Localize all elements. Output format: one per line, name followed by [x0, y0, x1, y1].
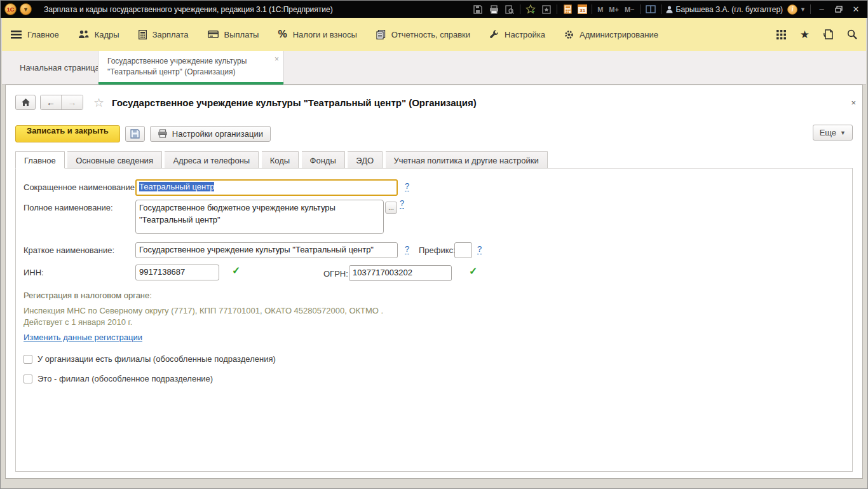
calendar-icon[interactable]: 31 [578, 4, 587, 14]
is-branch-checkbox[interactable]: Это - филиал (обособленное подразделение… [24, 374, 213, 383]
open-windows-bar: Начальная страница Государственное учреж… [2, 51, 866, 85]
more-button[interactable]: Еще ▼ [813, 125, 853, 141]
tab-uchetnaya-politika[interactable]: Учетная политика и другие настройки [386, 151, 548, 169]
1c-logo-icon: 1С [7, 6, 15, 13]
brief-name-help-link[interactable]: ? [405, 245, 409, 254]
add-favorite-star-icon[interactable] [525, 4, 536, 15]
full-name-help-link[interactable]: ? [400, 199, 404, 209]
tab-close-icon[interactable]: × [275, 54, 279, 65]
tab-fondy[interactable]: Фонды [302, 151, 345, 169]
tab-osnovnye-svedeniya[interactable]: Основные сведения [67, 151, 162, 169]
has-branches-label: У организации есть филиалы (обособленные… [37, 354, 276, 364]
print-icon[interactable] [488, 4, 499, 15]
menubar-right-tools: ★ [776, 29, 857, 40]
save-icon [130, 129, 140, 139]
percent-icon: % [278, 29, 287, 40]
info-icon[interactable]: i [787, 4, 797, 15]
brief-name-label: Краткое наименование: [24, 245, 114, 255]
forward-button[interactable]: → [62, 95, 83, 109]
menu-item-nastroika[interactable]: Настройка [489, 30, 545, 39]
system-menu-button[interactable]: ▼ [20, 3, 32, 15]
tab-adresa-telefony[interactable]: Адреса и телефоны [165, 151, 259, 169]
history-icon[interactable] [824, 29, 833, 39]
split-window-icon[interactable] [645, 4, 656, 15]
people-icon [78, 30, 89, 39]
sections-menu-button[interactable]: Главное [11, 30, 59, 39]
full-name-textarea[interactable]: Государственное бюджетное учреждение кул… [135, 200, 384, 234]
form-tab-strip: Главное Основные сведения Адреса и телеф… [15, 151, 853, 169]
home-button[interactable] [15, 95, 36, 110]
form-close-icon[interactable]: × [851, 98, 856, 107]
menu-item-zarplata[interactable]: Зарплата [139, 30, 189, 39]
full-name-label: Полное наименование: [24, 203, 113, 212]
app-logo-button[interactable]: 1С [4, 3, 17, 15]
prefix-help-link[interactable]: ? [477, 245, 482, 254]
menu-item-otchetnost[interactable]: Отчетность, справки [376, 30, 470, 39]
save-button[interactable] [125, 126, 145, 142]
registration-info-line2: Действует с 1 января 2010 г. [24, 317, 132, 327]
titlebar-separator [520, 4, 520, 14]
favorite-star-icon[interactable]: ☆ [93, 95, 104, 110]
titlebar-separator [661, 4, 661, 14]
full-name-ellipsis-button[interactable]: ... [385, 202, 397, 214]
tab-kody[interactable]: Коды [262, 151, 299, 169]
title-bar: 1С ▼ Зарплата и кадры государственного у… [1, 1, 867, 18]
memory-m-plus-button[interactable]: M+ [608, 4, 620, 15]
short-name-help-link[interactable]: ? [405, 182, 409, 191]
favorites-window-icon[interactable] [541, 4, 552, 15]
menu-item-administrirovanie[interactable]: Администрирование [564, 30, 658, 39]
tab-organization-line2: "Театральный центр" (Организация) [107, 67, 268, 78]
page-title: Государственное учреждение культуры "Теа… [112, 97, 477, 108]
tab-glavnoe[interactable]: Главное [15, 151, 65, 169]
ogrn-valid-check-icon: ✓ [469, 265, 477, 277]
info-caret-icon[interactable]: ▼ [800, 6, 806, 13]
ogrn-input[interactable]: 1037717003202 [349, 265, 452, 281]
short-name-input[interactable]: Театральный центр [135, 179, 398, 196]
window-title: Зарплата и кадры государственного учрежд… [44, 5, 333, 14]
current-user[interactable]: Барышева З.А. (гл. бухгалтер) [666, 5, 783, 14]
registration-info-line1: Инспекция МНС по Северному округу (7717)… [24, 306, 383, 315]
printer-icon [158, 129, 168, 138]
checkbox-box [24, 375, 32, 383]
tab-edo[interactable]: ЭДО [348, 151, 383, 169]
titlebar-separator [592, 4, 592, 14]
back-button[interactable]: ← [41, 95, 62, 109]
brief-name-input[interactable]: Государственное учреждение культуры "Теа… [135, 242, 398, 258]
prefix-input[interactable] [454, 242, 472, 258]
history-nav-group: ← → [40, 95, 83, 110]
user-name: Барышева З.А. (гл. бухгалтер) [676, 5, 783, 14]
favorites-star-icon[interactable]: ★ [800, 29, 810, 40]
inn-input[interactable]: 9917138687 [135, 265, 219, 280]
has-branches-checkbox[interactable]: У организации есть филиалы (обособленные… [24, 354, 276, 364]
menu-item-kadry[interactable]: Кадры [78, 30, 119, 39]
memory-m-minus-button[interactable]: M− [624, 4, 635, 15]
memory-m-button[interactable]: M [597, 4, 604, 15]
user-icon [666, 6, 673, 13]
calculator-icon[interactable] [562, 4, 573, 15]
titlebar-toolbar: 31 M M+ M− Барышева З.А. (гл. бухгалтер)… [472, 4, 862, 15]
close-button[interactable]: ✕ [850, 4, 862, 14]
apps-grid-icon[interactable] [776, 30, 786, 39]
tab-organization-line1: Государственное учреждение культуры [107, 56, 268, 67]
ogrn-label: ОГРН: [323, 269, 348, 279]
section-menu-bar: Главное Кадры Зарплата Выплаты % Налоги … [2, 18, 866, 51]
titlebar-separator [557, 4, 557, 14]
menu-item-vyplaty[interactable]: Выплаты [208, 30, 259, 39]
restore-button[interactable] [832, 6, 845, 13]
save-icon[interactable] [472, 4, 484, 15]
tab-organization[interactable]: Государственное учреждение культуры "Теа… [98, 51, 284, 85]
minimize-button[interactable]: – [815, 4, 828, 14]
organization-form-window: ← → ☆ Государственное учреждение культур… [5, 85, 863, 479]
inn-label: ИНН: [24, 268, 44, 277]
titlebar-separator [640, 4, 641, 14]
print-preview-icon[interactable] [504, 4, 515, 15]
search-icon[interactable] [847, 29, 857, 39]
save-and-close-button[interactable]: Записать и закрыть [15, 125, 120, 142]
menu-item-nalogi[interactable]: % Налоги и взносы [278, 29, 356, 40]
calculator-icon [139, 30, 147, 39]
short-name-selected-text: Театральный центр [139, 182, 214, 191]
change-registration-link[interactable]: Изменить данные регистрации [24, 333, 142, 342]
registration-header: Регистрация в налоговом органе: [24, 291, 152, 300]
is-branch-label: Это - филиал (обособленное подразделение… [37, 374, 213, 383]
org-settings-button[interactable]: Настройки организации [150, 126, 271, 142]
